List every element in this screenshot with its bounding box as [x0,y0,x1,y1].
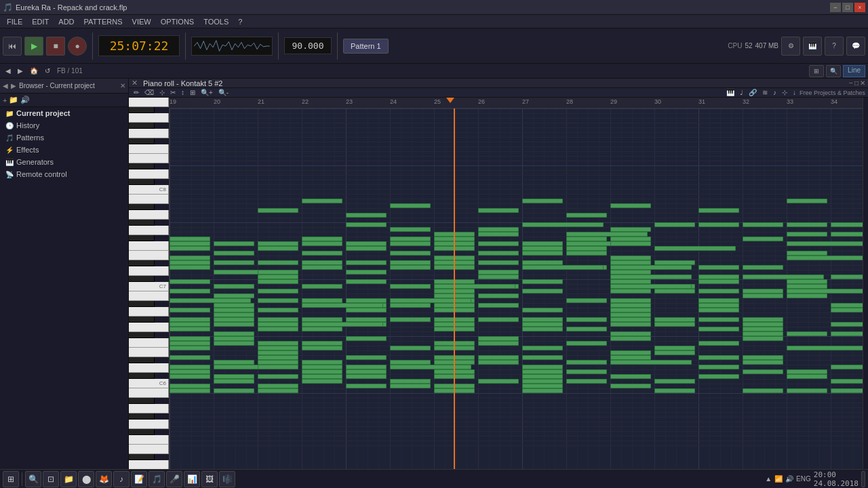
note-20[interactable] [170,260,210,265]
sidebar-item-patterns[interactable]: 🎵Patterns [0,131,128,144]
piano-key-F6[interactable] [129,338,169,348]
note-287[interactable] [610,360,692,365]
note-23[interactable] [346,260,387,265]
note-279[interactable] [743,355,783,360]
note-144[interactable] [787,374,827,379]
note-44[interactable] [787,279,827,284]
note-254[interactable] [654,322,695,327]
piano-key-G7[interactable] [129,226,169,235]
prev-btn[interactable]: ⏮ [3,37,22,56]
note-301[interactable] [566,369,607,374]
sidebar-item-history[interactable]: 🕒History [0,119,128,131]
piano-key-Eb6[interactable] [129,357,155,363]
note-101[interactable] [743,336,783,341]
note-308[interactable] [390,379,431,384]
note-230[interactable] [390,298,471,303]
note-108[interactable] [390,346,431,350]
note-13[interactable] [434,246,475,251]
note-126[interactable] [610,355,651,360]
note-222[interactable] [434,293,475,298]
note-181[interactable] [610,241,651,246]
note-173[interactable] [302,237,342,241]
menu-item-file[interactable]: FILE [3,16,26,27]
note-262[interactable] [610,331,651,336]
note-225[interactable] [787,293,827,298]
note-5[interactable] [390,241,431,246]
note-70[interactable] [698,308,739,312]
note-4[interactable] [346,241,387,246]
note-232[interactable] [698,298,739,303]
firefox-btn[interactable]: 🦊 [96,471,112,487]
note-92[interactable] [302,327,342,331]
note-224[interactable] [743,293,783,298]
note-193[interactable] [390,260,431,265]
piano-key-Gb8[interactable] [129,138,155,144]
note-194[interactable] [434,260,475,265]
pr-zoom-in-icon[interactable]: 🔍+ [199,88,215,97]
note-165[interactable] [478,227,519,232]
note-149[interactable] [566,379,607,384]
note-236[interactable] [478,303,519,308]
note-320[interactable] [787,388,827,393]
note-110[interactable] [654,346,695,350]
close-btn[interactable]: × [854,3,865,12]
note-283[interactable] [390,360,431,365]
note-109[interactable] [522,346,563,350]
note-72[interactable] [214,317,254,322]
piano-key-Gb7[interactable] [129,235,155,241]
note-7[interactable] [478,241,519,246]
menu-item-add[interactable]: ADD [54,16,78,27]
piano-key-B7[interactable] [129,195,169,204]
note-313[interactable] [170,388,210,393]
note-312[interactable] [390,384,431,388]
chat-btn[interactable]: 💬 [846,37,865,56]
pr-link-icon[interactable]: 🔗 [747,88,759,97]
file-explorer-btn[interactable]: 📁 [60,471,77,487]
note-210[interactable] [831,274,863,279]
note-174[interactable] [390,237,431,241]
note-196[interactable] [610,260,651,265]
note-8[interactable] [522,241,563,246]
note-206[interactable] [478,274,519,279]
piano-key-Db6[interactable] [129,373,155,379]
note-260[interactable] [743,327,783,331]
note-286[interactable] [566,360,607,365]
note-251[interactable] [214,322,254,327]
note-114[interactable] [390,203,431,208]
note-138[interactable] [258,374,298,379]
note-244[interactable] [610,308,651,312]
note-252[interactable] [258,322,298,327]
note-71[interactable] [170,317,210,322]
note-245[interactable] [831,308,863,312]
pr-chord-icon[interactable]: ♪ [771,88,778,97]
note-305[interactable] [214,374,254,379]
note-258[interactable] [434,327,475,331]
note-172[interactable] [170,237,210,241]
note-16[interactable] [302,251,342,256]
note-122[interactable] [258,355,298,360]
piano-key-Db8[interactable] [129,179,155,185]
note-177[interactable] [610,237,651,241]
note-25[interactable] [522,260,563,265]
note-53[interactable] [522,289,563,293]
note-226[interactable] [170,298,251,303]
piano-key-Bb6[interactable] [129,301,155,307]
note-192[interactable] [302,260,342,265]
task-view-btn[interactable]: ⊡ [43,471,59,487]
note-299[interactable] [434,369,475,374]
note-233[interactable] [302,303,383,308]
note-10[interactable] [170,246,210,251]
note-80[interactable] [566,317,607,322]
note-115[interactable] [610,203,651,208]
note-265[interactable] [831,331,863,336]
note-98[interactable] [346,336,387,341]
note-145[interactable] [214,379,254,384]
note-290[interactable] [258,365,298,369]
note-317[interactable] [522,388,563,393]
note-133[interactable] [170,365,210,369]
note-102[interactable] [170,341,210,346]
note-166[interactable] [610,227,651,232]
note-256[interactable] [831,322,863,327]
note-170[interactable] [787,232,827,237]
note-63[interactable] [610,303,651,308]
